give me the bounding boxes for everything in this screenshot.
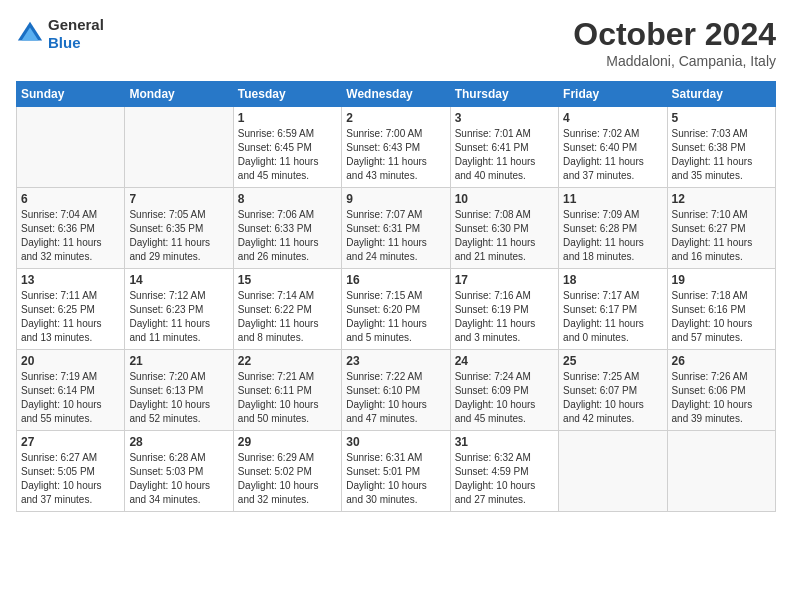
calendar-cell: 8Sunrise: 7:06 AM Sunset: 6:33 PM Daylig… [233,188,341,269]
header-day: Thursday [450,82,558,107]
day-number: 28 [129,435,228,449]
day-detail: Sunrise: 7:22 AM Sunset: 6:10 PM Dayligh… [346,370,445,426]
day-number: 14 [129,273,228,287]
day-number: 10 [455,192,554,206]
day-detail: Sunrise: 7:09 AM Sunset: 6:28 PM Dayligh… [563,208,662,264]
day-detail: Sunrise: 7:21 AM Sunset: 6:11 PM Dayligh… [238,370,337,426]
calendar-cell: 31Sunrise: 6:32 AM Sunset: 4:59 PM Dayli… [450,431,558,512]
calendar-cell: 28Sunrise: 6:28 AM Sunset: 5:03 PM Dayli… [125,431,233,512]
day-detail: Sunrise: 7:00 AM Sunset: 6:43 PM Dayligh… [346,127,445,183]
calendar-cell [17,107,125,188]
calendar-week: 6Sunrise: 7:04 AM Sunset: 6:36 PM Daylig… [17,188,776,269]
day-number: 9 [346,192,445,206]
day-number: 5 [672,111,771,125]
day-number: 19 [672,273,771,287]
day-detail: Sunrise: 7:18 AM Sunset: 6:16 PM Dayligh… [672,289,771,345]
day-number: 16 [346,273,445,287]
calendar-cell: 16Sunrise: 7:15 AM Sunset: 6:20 PM Dayli… [342,269,450,350]
header-row: SundayMondayTuesdayWednesdayThursdayFrid… [17,82,776,107]
day-number: 23 [346,354,445,368]
day-detail: Sunrise: 6:27 AM Sunset: 5:05 PM Dayligh… [21,451,120,507]
day-detail: Sunrise: 7:25 AM Sunset: 6:07 PM Dayligh… [563,370,662,426]
calendar-cell: 19Sunrise: 7:18 AM Sunset: 6:16 PM Dayli… [667,269,775,350]
calendar-cell: 13Sunrise: 7:11 AM Sunset: 6:25 PM Dayli… [17,269,125,350]
day-detail: Sunrise: 7:12 AM Sunset: 6:23 PM Dayligh… [129,289,228,345]
calendar-cell: 20Sunrise: 7:19 AM Sunset: 6:14 PM Dayli… [17,350,125,431]
day-detail: Sunrise: 7:15 AM Sunset: 6:20 PM Dayligh… [346,289,445,345]
month-title: October 2024 [573,16,776,53]
calendar-cell: 7Sunrise: 7:05 AM Sunset: 6:35 PM Daylig… [125,188,233,269]
calendar-cell: 1Sunrise: 6:59 AM Sunset: 6:45 PM Daylig… [233,107,341,188]
day-number: 26 [672,354,771,368]
header-day: Monday [125,82,233,107]
day-detail: Sunrise: 7:16 AM Sunset: 6:19 PM Dayligh… [455,289,554,345]
day-number: 20 [21,354,120,368]
title-block: October 2024 Maddaloni, Campania, Italy [573,16,776,69]
day-number: 13 [21,273,120,287]
day-number: 4 [563,111,662,125]
day-number: 7 [129,192,228,206]
header-day: Sunday [17,82,125,107]
calendar-cell: 25Sunrise: 7:25 AM Sunset: 6:07 PM Dayli… [559,350,667,431]
calendar-cell [559,431,667,512]
day-number: 27 [21,435,120,449]
logo-icon [16,20,44,48]
calendar-cell: 3Sunrise: 7:01 AM Sunset: 6:41 PM Daylig… [450,107,558,188]
day-number: 1 [238,111,337,125]
day-detail: Sunrise: 7:26 AM Sunset: 6:06 PM Dayligh… [672,370,771,426]
calendar-cell: 18Sunrise: 7:17 AM Sunset: 6:17 PM Dayli… [559,269,667,350]
logo-text: General Blue [48,16,104,52]
header-day: Wednesday [342,82,450,107]
day-detail: Sunrise: 7:08 AM Sunset: 6:30 PM Dayligh… [455,208,554,264]
day-detail: Sunrise: 6:28 AM Sunset: 5:03 PM Dayligh… [129,451,228,507]
day-number: 8 [238,192,337,206]
day-detail: Sunrise: 7:07 AM Sunset: 6:31 PM Dayligh… [346,208,445,264]
day-detail: Sunrise: 7:24 AM Sunset: 6:09 PM Dayligh… [455,370,554,426]
day-detail: Sunrise: 6:29 AM Sunset: 5:02 PM Dayligh… [238,451,337,507]
calendar-cell: 29Sunrise: 6:29 AM Sunset: 5:02 PM Dayli… [233,431,341,512]
day-detail: Sunrise: 7:10 AM Sunset: 6:27 PM Dayligh… [672,208,771,264]
calendar-week: 13Sunrise: 7:11 AM Sunset: 6:25 PM Dayli… [17,269,776,350]
day-number: 22 [238,354,337,368]
day-number: 17 [455,273,554,287]
day-detail: Sunrise: 7:03 AM Sunset: 6:38 PM Dayligh… [672,127,771,183]
day-number: 3 [455,111,554,125]
day-detail: Sunrise: 7:06 AM Sunset: 6:33 PM Dayligh… [238,208,337,264]
calendar-cell: 22Sunrise: 7:21 AM Sunset: 6:11 PM Dayli… [233,350,341,431]
calendar-week: 1Sunrise: 6:59 AM Sunset: 6:45 PM Daylig… [17,107,776,188]
calendar-cell: 26Sunrise: 7:26 AM Sunset: 6:06 PM Dayli… [667,350,775,431]
day-detail: Sunrise: 6:32 AM Sunset: 4:59 PM Dayligh… [455,451,554,507]
logo: General Blue [16,16,104,52]
calendar-cell: 14Sunrise: 7:12 AM Sunset: 6:23 PM Dayli… [125,269,233,350]
day-detail: Sunrise: 7:11 AM Sunset: 6:25 PM Dayligh… [21,289,120,345]
calendar-week: 20Sunrise: 7:19 AM Sunset: 6:14 PM Dayli… [17,350,776,431]
day-number: 21 [129,354,228,368]
calendar-cell: 30Sunrise: 6:31 AM Sunset: 5:01 PM Dayli… [342,431,450,512]
calendar-cell: 24Sunrise: 7:24 AM Sunset: 6:09 PM Dayli… [450,350,558,431]
location-title: Maddaloni, Campania, Italy [573,53,776,69]
day-detail: Sunrise: 7:01 AM Sunset: 6:41 PM Dayligh… [455,127,554,183]
day-number: 24 [455,354,554,368]
day-detail: Sunrise: 7:17 AM Sunset: 6:17 PM Dayligh… [563,289,662,345]
day-number: 29 [238,435,337,449]
calendar-table: SundayMondayTuesdayWednesdayThursdayFrid… [16,81,776,512]
day-detail: Sunrise: 7:02 AM Sunset: 6:40 PM Dayligh… [563,127,662,183]
day-number: 18 [563,273,662,287]
day-detail: Sunrise: 7:04 AM Sunset: 6:36 PM Dayligh… [21,208,120,264]
calendar-cell: 9Sunrise: 7:07 AM Sunset: 6:31 PM Daylig… [342,188,450,269]
header-day: Friday [559,82,667,107]
calendar-week: 27Sunrise: 6:27 AM Sunset: 5:05 PM Dayli… [17,431,776,512]
day-number: 30 [346,435,445,449]
day-number: 6 [21,192,120,206]
calendar-cell [667,431,775,512]
calendar-cell: 11Sunrise: 7:09 AM Sunset: 6:28 PM Dayli… [559,188,667,269]
calendar-cell: 27Sunrise: 6:27 AM Sunset: 5:05 PM Dayli… [17,431,125,512]
day-number: 11 [563,192,662,206]
day-detail: Sunrise: 7:20 AM Sunset: 6:13 PM Dayligh… [129,370,228,426]
calendar-cell: 21Sunrise: 7:20 AM Sunset: 6:13 PM Dayli… [125,350,233,431]
calendar-cell: 12Sunrise: 7:10 AM Sunset: 6:27 PM Dayli… [667,188,775,269]
day-number: 15 [238,273,337,287]
calendar-cell: 23Sunrise: 7:22 AM Sunset: 6:10 PM Dayli… [342,350,450,431]
calendar-cell: 15Sunrise: 7:14 AM Sunset: 6:22 PM Dayli… [233,269,341,350]
calendar-cell: 5Sunrise: 7:03 AM Sunset: 6:38 PM Daylig… [667,107,775,188]
